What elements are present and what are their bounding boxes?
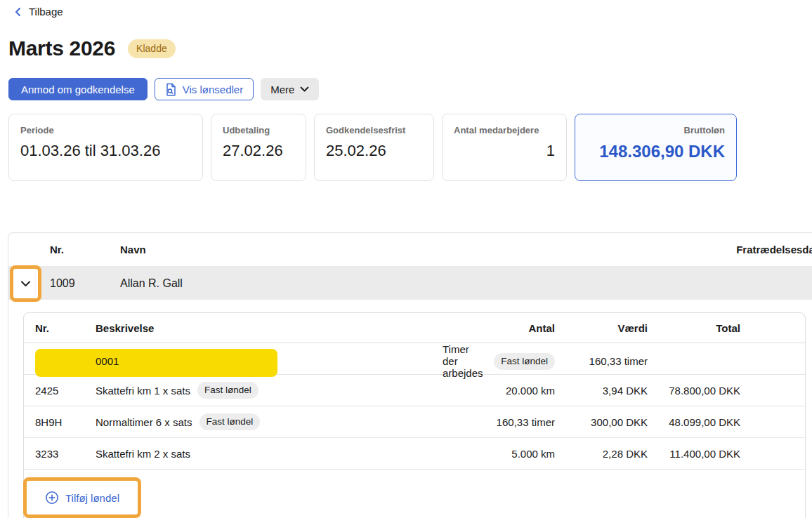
- card-udbetaling-label: Udbetaling: [223, 125, 294, 135]
- payline-row-total: 78.800,00 DKK: [648, 385, 740, 397]
- card-godkendelsesfrist: Godkendelsesfrist 25.02.26: [314, 114, 434, 181]
- payline-col-antal: Antal: [443, 322, 555, 334]
- payline-row-vaerdi: 3,94 DKK: [555, 385, 648, 397]
- plus-circle-icon: [45, 491, 59, 505]
- payline-col-vaerdi: Værdi: [555, 322, 648, 334]
- request-approval-button[interactable]: Anmod om godkendelse: [8, 78, 148, 100]
- employee-row-navn: Allan R. Gall: [120, 277, 681, 290]
- view-payslips-label: Vis lønsedler: [183, 84, 243, 95]
- employee-table: Nr. Navn Fratrædelsesdato 1009 Allan R. …: [8, 232, 812, 518]
- card-periode-label: Periode: [20, 125, 191, 135]
- payline-row-total: 11.400,00 DKK: [648, 448, 740, 460]
- summary-cards: Periode 01.03.26 til 31.03.26 Udbetaling…: [8, 114, 737, 181]
- status-badge: Kladde: [128, 39, 176, 58]
- row-expander-annotation[interactable]: [10, 265, 41, 302]
- payline-row[interactable]: 2425 Skattefri km 1 x sats Fast løndel 2…: [24, 375, 805, 406]
- payline-col-beskrivelse: Beskrivelse: [96, 322, 443, 334]
- add-payline-button[interactable]: Tilføj løndel: [23, 477, 141, 518]
- payline-table: Nr. Beskrivelse Antal Værdi Total 0001 T…: [23, 312, 806, 518]
- payline-row[interactable]: 3233 Skattefri km 2 x sats 5.000 km 2,28…: [24, 438, 805, 470]
- card-udbetaling: Udbetaling 27.02.26: [211, 114, 306, 181]
- title-row: Marts 2026 Kladde: [8, 36, 176, 60]
- payline-row-description: Skattefri km 2 x sats: [96, 448, 190, 460]
- card-bruttolon-value: 148.306,90 DKK: [587, 142, 725, 161]
- card-bruttolon-label: Bruttoløn: [587, 125, 725, 135]
- payline-row[interactable]: 8H9H Normaltimer 6 x sats Fast løndel 16…: [24, 406, 805, 438]
- payline-row-description-cell: Skattefri km 2 x sats: [96, 448, 443, 460]
- employee-col-nr: Nr.: [50, 244, 120, 255]
- back-link[interactable]: Tilbage: [14, 6, 63, 18]
- card-antal-medarbejdere-value: 1: [454, 142, 555, 160]
- expanded-row-content: Nr. Beskrivelse Antal Værdi Total 0001 T…: [8, 300, 812, 518]
- payline-row-description-cell: Normaltimer 6 x sats Fast løndel: [96, 413, 443, 430]
- payline-type-badge: Fast løndel: [197, 382, 258, 399]
- document-search-icon: [165, 83, 177, 96]
- request-approval-label: Anmod om godkendelse: [21, 84, 135, 95]
- card-periode: Periode 01.03.26 til 31.03.26: [8, 114, 203, 181]
- payline-row-nr: 3233: [35, 448, 96, 460]
- payline-row-vaerdi: 2,28 DKK: [555, 448, 648, 460]
- payline-row-description: Skattefri km 1 x sats: [96, 385, 190, 397]
- payline-table-header: Nr. Beskrivelse Antal Værdi Total: [24, 313, 805, 343]
- payline-row-nr: 8H9H: [35, 416, 96, 428]
- card-antal-medarbejdere: Antal medarbejdere 1: [442, 114, 567, 181]
- more-button[interactable]: Mere: [261, 78, 319, 100]
- card-periode-value: 01.03.26 til 31.03.26: [20, 142, 191, 160]
- chevron-down-icon: [20, 281, 31, 287]
- payline-col-nr: Nr.: [35, 322, 96, 334]
- chevron-left-icon: [14, 7, 22, 17]
- view-payslips-button[interactable]: Vis lønsedler: [155, 78, 254, 100]
- payline-row-nr: 2425: [35, 385, 96, 397]
- employee-col-fratraedelsesdato: Fratrædelsesdato: [681, 244, 812, 255]
- employee-table-header: Nr. Navn Fratrædelsesdato: [8, 233, 812, 267]
- card-bruttolon[interactable]: Bruttoløn 148.306,90 DKK: [575, 114, 737, 181]
- payline-row-antal: 20.000 km: [443, 385, 555, 397]
- card-antal-medarbejdere-label: Antal medarbejdere: [454, 125, 555, 135]
- more-label: Mere: [270, 84, 294, 95]
- payline-row-vaerdi: 300,00 DKK: [555, 416, 648, 428]
- payline-row-antal: 5.000 km: [443, 448, 555, 460]
- payline-row-antal: 160,33 timer: [443, 416, 555, 428]
- payline-row-total: 48.099,00 DKK: [648, 416, 740, 428]
- card-udbetaling-value: 27.02.26: [223, 142, 294, 160]
- employee-row-nr: 1009: [50, 277, 120, 290]
- payline-row-description: Normaltimer 6 x sats: [96, 416, 192, 428]
- payline-table-footer: Tilføj løndel: [24, 470, 805, 518]
- payline-col-total: Total: [648, 322, 740, 334]
- toolbar: Anmod om godkendelse Vis lønsedler Mere: [8, 78, 319, 100]
- payline-row-description-cell: Timer der arbejdes Fast løndel: [443, 343, 555, 379]
- payline-row[interactable]: 0001 Timer der arbejdes Fast løndel 160,…: [24, 343, 805, 375]
- payline-row-description-cell: Skattefri km 1 x sats Fast løndel: [96, 382, 443, 399]
- chevron-down-icon: [300, 86, 309, 92]
- payline-type-badge: Fast løndel: [494, 353, 555, 370]
- add-payline-label: Tilføj løndel: [65, 492, 119, 504]
- employee-row[interactable]: 1009 Allan R. Gall: [8, 267, 812, 300]
- payline-row-nr: 0001: [96, 355, 443, 367]
- card-godkendelsesfrist-label: Godkendelsesfrist: [326, 125, 422, 135]
- page-title: Marts 2026: [8, 36, 115, 60]
- back-label: Tilbage: [29, 6, 63, 18]
- payline-row-description: Timer der arbejdes: [443, 343, 487, 379]
- card-godkendelsesfrist-value: 25.02.26: [326, 142, 422, 160]
- employee-col-navn: Navn: [120, 244, 681, 255]
- payline-row-antal: 160,33 timer: [555, 355, 648, 367]
- payline-type-badge: Fast løndel: [199, 413, 261, 430]
